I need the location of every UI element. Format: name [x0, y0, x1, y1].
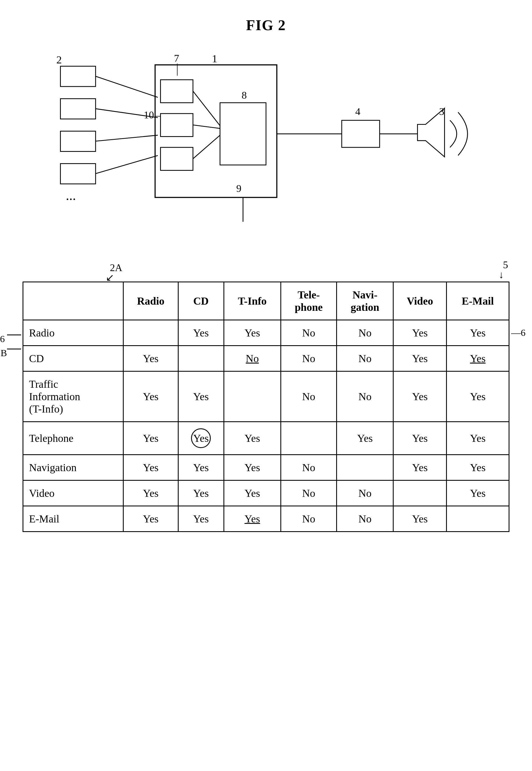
inner-connector-2 — [193, 125, 220, 128]
cell-navigation-cd: Yes — [178, 455, 224, 480]
cell-video-cd: Yes — [178, 480, 224, 506]
cell-email-navigation: No — [337, 506, 393, 532]
cell-tinfo-tinfo — [224, 371, 281, 422]
cell-cd-video: Yes — [393, 346, 447, 371]
connector-3 — [96, 135, 158, 141]
cell-cd-email: Yes — [447, 346, 509, 371]
row-label-email: E-Mail — [23, 506, 123, 532]
arrow-5-down: ↓ — [499, 269, 504, 281]
source-box-1 — [60, 66, 96, 87]
table-row: E-Mail Yes Yes Yes No No Yes — [23, 506, 509, 532]
cell-video-navigation: No — [337, 480, 393, 506]
cell-navigation-tinfo: Yes — [224, 455, 281, 480]
cell-telephone-telephone — [281, 422, 337, 455]
cell-tinfo-telephone: No — [281, 371, 337, 422]
side-label-6: 6 — [0, 334, 5, 344]
priority-table: Radio CD T-Info Tele-phone Navi-gation V… — [23, 282, 509, 532]
inner-connector-3 — [193, 135, 220, 159]
cell-email-video: Yes — [393, 506, 447, 532]
header-email: E-Mail — [447, 282, 509, 320]
table-row: Radio Yes Yes No No Yes Yes—6 — [23, 320, 509, 346]
arrow-label-6: —6 — [511, 327, 526, 338]
cell-tinfo-navigation: No — [337, 371, 393, 422]
cell-cd-cd — [178, 346, 224, 371]
cell-navigation-navigation — [337, 455, 393, 480]
cell-cd-tinfo: No — [224, 346, 281, 371]
cell-telephone-tinfo: Yes — [224, 422, 281, 455]
table-row: Video Yes Yes Yes No No Yes — [23, 480, 509, 506]
header-video: Video — [393, 282, 447, 320]
cell-radio-tinfo: Yes — [224, 320, 281, 346]
cell-navigation-radio: Yes — [123, 455, 178, 480]
cell-radio-navigation: No — [337, 320, 393, 346]
cell-cd-radio: Yes — [123, 346, 178, 371]
cell-cd-telephone: No — [281, 346, 337, 371]
source-box-4 — [60, 164, 96, 184]
underlined-no: No — [246, 353, 259, 364]
cell-navigation-email: Yes — [447, 455, 509, 480]
node-4-box — [342, 120, 380, 147]
label-4: 4 — [355, 106, 360, 117]
cell-email-telephone: No — [281, 506, 337, 532]
cell-email-email — [447, 506, 509, 532]
bracket-6 — [7, 334, 21, 335]
cell-video-radio: Yes — [123, 480, 178, 506]
row-label-radio: Radio — [23, 320, 123, 346]
row-label-telephone: Telephone — [23, 422, 123, 455]
label-1: 1 — [212, 53, 217, 65]
cell-video-telephone: No — [281, 480, 337, 506]
cell-cd-navigation: No — [337, 346, 393, 371]
inner-box-2 — [161, 114, 193, 137]
circled-yes: Yes — [191, 428, 211, 448]
row-label-video: Video — [23, 480, 123, 506]
row-label-tinfo: TrafficInformation(T-Info) — [23, 371, 123, 422]
cell-email-tinfo: Yes — [224, 506, 281, 532]
connector-4 — [96, 156, 158, 174]
header-navigation: Navi-gation — [337, 282, 393, 320]
table-wrapper: 2A ↙ 5 ↓ 6 2B Radio CD T-Info Tele-p — [23, 259, 509, 532]
side-label-2b: 2B — [0, 348, 7, 358]
cell-video-tinfo: Yes — [224, 480, 281, 506]
underlined-yes: Yes — [470, 353, 486, 364]
table-annotations: 2A ↙ 5 ↓ — [23, 259, 509, 282]
cell-video-email: Yes — [447, 480, 509, 506]
sound-wave-1 — [450, 120, 457, 147]
cell-radio-radio — [123, 320, 178, 346]
label-9: 9 — [236, 183, 241, 194]
table-container: 6 2B Radio CD T-Info Tele-phone Navi-gat… — [23, 282, 509, 532]
table-row: Navigation Yes Yes Yes No Yes Yes — [23, 455, 509, 480]
inner-box-1 — [161, 80, 193, 103]
inner-box-3 — [161, 147, 193, 170]
row-label-navigation: Navigation — [23, 455, 123, 480]
source-box-2 — [60, 99, 96, 119]
cell-radio-video: Yes — [393, 320, 447, 346]
underlined-yes-email: Yes — [245, 513, 260, 525]
cell-telephone-radio: Yes — [123, 422, 178, 455]
label-3: 3 — [439, 106, 444, 117]
cell-telephone-video: Yes — [393, 422, 447, 455]
bracket-2b — [7, 349, 21, 349]
cell-tinfo-radio: Yes — [123, 371, 178, 422]
inner-connector-1 — [193, 91, 220, 126]
cell-telephone-email: Yes — [447, 422, 509, 455]
cell-tinfo-cd: Yes — [178, 371, 224, 422]
cell-radio-telephone: No — [281, 320, 337, 346]
table-row-telephone: Telephone Yes Yes Yes Yes Yes Yes — [23, 422, 509, 455]
header-empty — [23, 282, 123, 320]
figure-title: FIG 2 — [23, 17, 509, 34]
cell-telephone-navigation: Yes — [337, 422, 393, 455]
label-2: 2 — [56, 54, 62, 66]
cell-tinfo-email: Yes — [447, 371, 509, 422]
cell-tinfo-video: Yes — [393, 371, 447, 422]
label-7: 7 — [174, 52, 179, 64]
cell-telephone-cd: Yes — [178, 422, 224, 455]
label-10: 10 — [144, 109, 154, 121]
cell-email-radio: Yes — [123, 506, 178, 532]
cell-navigation-video: Yes — [393, 455, 447, 480]
node-8-box — [220, 103, 266, 165]
diagram-svg: 2 ... 1 7 10 — [23, 45, 509, 236]
dots: ... — [66, 188, 76, 203]
header-cd: CD — [178, 282, 224, 320]
page: FIG 2 2 ... 1 7 — [0, 0, 532, 771]
cell-radio-cd: Yes — [178, 320, 224, 346]
